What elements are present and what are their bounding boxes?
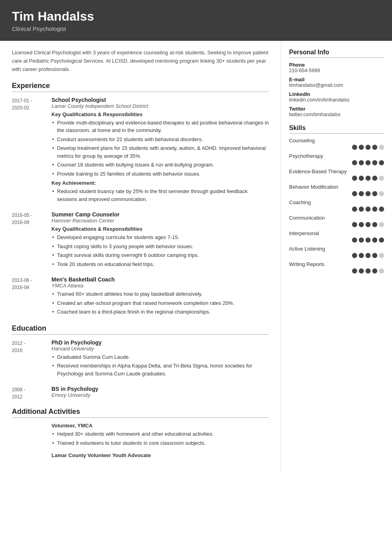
twitter-value: twitter.com/timhandalss <box>289 112 384 117</box>
education-section-title: Education <box>12 324 269 333</box>
edu-school-1: Emory University <box>51 392 269 398</box>
skills-divider <box>289 133 384 134</box>
linkedin-value: linkedin.com/in/timhandalss <box>289 97 384 103</box>
skill-dots-8 <box>289 268 384 274</box>
filled-dot <box>372 160 377 165</box>
filled-dot <box>352 222 357 227</box>
activity-bullets-0: Helped 30+ students with homework and ot… <box>51 430 269 447</box>
skill-dots-2 <box>289 176 384 181</box>
bullet-item: Provide multi-disciplinary and evidence-… <box>51 119 269 134</box>
job-title-1: Summer Camp Counselor <box>51 211 269 218</box>
skill-item-1: Psychotherapy <box>289 153 384 165</box>
skill-name-4: Coaching <box>289 199 384 205</box>
company-0: Lamar County Independent School District <box>51 103 269 109</box>
skill-item-7: Active Listening <box>289 246 384 258</box>
left-column: Licensed Clinical Psychologist with 3 ye… <box>0 41 281 473</box>
bullet-item: Taught coping skills to 3 young people w… <box>51 243 269 251</box>
education-entry-0: 2012 -2016 PhD in Psychology Harvard Uni… <box>12 339 269 379</box>
skill-item-6: Interpersonal <box>289 230 384 243</box>
filled-dot <box>365 237 371 243</box>
bullet-item: Conduct assessments for 22 students with… <box>51 136 269 144</box>
skill-name-6: Interpersonal <box>289 230 384 236</box>
activities-section-title: Additional Activities <box>12 408 269 416</box>
bullet-item: Taught survival skills during overnight … <box>51 251 269 259</box>
bullet-item: Created an after-school program that rai… <box>51 299 269 307</box>
edu-degree-0: PhD in Psychology <box>51 339 269 346</box>
bullet-item: Reduced student truancy rate by 25% in t… <box>51 188 269 203</box>
skill-name-7: Active Listening <box>289 246 384 252</box>
bullet-item: Counsel 18 students with bullying issues… <box>51 161 269 169</box>
filled-dot <box>372 207 377 212</box>
right-column: Personal Info Phone 210-654-5999 E-mail … <box>281 41 392 289</box>
company-2: YMCA Atlanta <box>51 283 269 289</box>
bullet-item: Provide training to 25 families of stude… <box>51 170 269 178</box>
bullet-item: Received memberships in Alpha Kappa Delt… <box>51 362 269 377</box>
experience-entry-2: 2013-06 -2016-04 Men's Basketball Coach … <box>12 276 269 317</box>
filled-dot <box>379 207 384 212</box>
bullets-0-1: Reduced student truancy rate by 25% in t… <box>51 188 269 203</box>
linkedin-label: LinkedIn <box>289 91 384 97</box>
filled-dot <box>372 145 377 150</box>
filled-dot <box>352 268 357 274</box>
filled-dot <box>365 160 371 165</box>
skills-container: CounselingPsychotherapyEvidence-Based Th… <box>289 138 384 274</box>
filled-dot <box>359 160 364 165</box>
entry-date-0: 2017-01 -2020-02 <box>12 97 51 205</box>
skill-dots-1 <box>289 160 384 165</box>
skill-dots-7 <box>289 253 384 258</box>
experience-section: Experience 2017-01 -2020-02 School Psych… <box>12 82 269 317</box>
info-twitter: Twitter twitter.com/timhandalss <box>289 106 384 117</box>
skill-item-2: Evidence-Based Therapy <box>289 168 384 181</box>
education-divider <box>12 334 269 335</box>
filled-dot <box>365 207 371 212</box>
filled-dot <box>372 176 377 181</box>
filled-dot <box>359 145 364 150</box>
experience-section-title: Experience <box>12 82 269 90</box>
sub-title-0-0: Key Qualifications & Responsibilities <box>51 111 269 117</box>
filled-dot <box>359 253 364 258</box>
filled-dot <box>352 253 357 258</box>
bullet-item: Trained 60+ student athletes how to play… <box>51 290 269 298</box>
activity-entry-1: Lamar County Volunteer Youth Advocate <box>12 452 269 458</box>
filled-dot <box>352 145 357 150</box>
filled-dot <box>359 191 364 196</box>
info-email: E-mail timhandalss@gmail.com <box>289 77 384 88</box>
info-phone: Phone 210-654-5999 <box>289 62 384 73</box>
entry-content-2: Men's Basketball Coach YMCA Atlanta Trai… <box>51 276 269 317</box>
header: Tim Handalss Clinical Psychologist <box>0 0 392 41</box>
personal-info-divider <box>289 57 384 58</box>
skill-dots-5 <box>289 222 384 227</box>
filled-dot <box>365 268 371 274</box>
email-value: timhandalss@gmail.com <box>289 82 384 88</box>
personal-info-section: Personal Info Phone 210-654-5999 E-mail … <box>289 49 384 117</box>
sub-title-1-0: Key Qualifications & Responsibilities <box>51 226 269 232</box>
edu-date-1: 2008 -2012 <box>12 386 51 400</box>
skill-name-1: Psychotherapy <box>289 153 384 159</box>
education-entry-1: 2008 -2012 BS in Psychology Emory Univer… <box>12 386 269 400</box>
edu-degree-1: BS in Psychology <box>51 386 269 392</box>
skill-item-8: Writing Reports <box>289 261 384 274</box>
skill-item-3: Behavior Modification <box>289 184 384 196</box>
bullet-item: Graduated Summa Cum Laude. <box>51 353 269 361</box>
edu-date-0: 2012 -2016 <box>12 339 51 379</box>
experience-divider <box>12 92 269 92</box>
filled-dot <box>352 207 357 212</box>
empty-dot <box>379 222 384 227</box>
email-label: E-mail <box>289 77 384 82</box>
filled-dot <box>352 176 357 181</box>
filled-dot <box>365 145 371 150</box>
info-linkedin: LinkedIn linkedin.com/in/timhandalss <box>289 91 384 103</box>
bullet-item: Trained 9 volunteers to tutor students i… <box>51 439 269 447</box>
entry-content-1: Summer Camp Counselor Hanover Recreation… <box>51 211 269 269</box>
activity-title-0: Volunteer, YMCA <box>51 423 269 429</box>
filled-dot <box>372 253 377 258</box>
experience-entry-0: 2017-01 -2020-02 School Psychologist Lam… <box>12 97 269 205</box>
filled-dot <box>379 237 384 243</box>
filled-dot <box>372 191 377 196</box>
summary-text: Licensed Clinical Psychologist with 3 ye… <box>12 49 269 73</box>
skill-name-0: Counseling <box>289 138 384 144</box>
skill-item-0: Counseling <box>289 138 384 150</box>
filled-dot <box>359 176 364 181</box>
skill-name-3: Behavior Modification <box>289 184 384 190</box>
skill-name-8: Writing Reports <box>289 261 384 267</box>
